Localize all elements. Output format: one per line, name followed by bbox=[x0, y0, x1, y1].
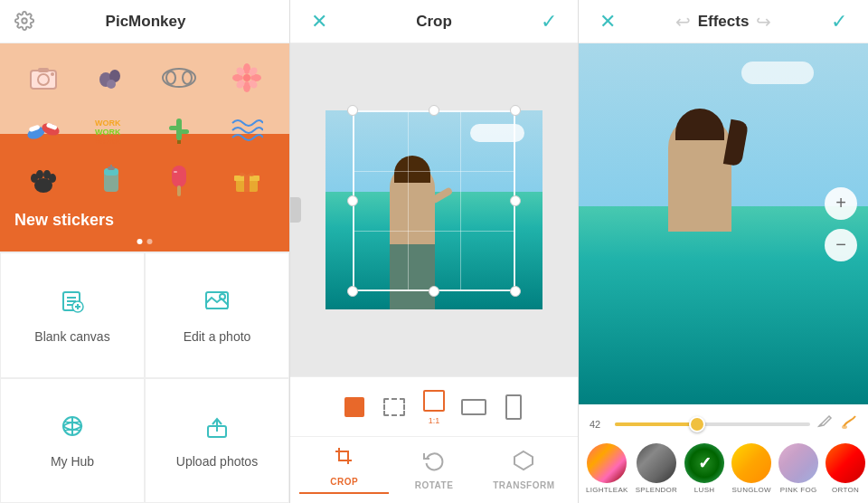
filter-orton-circle bbox=[826, 443, 865, 483]
filter-lightleak-circle bbox=[587, 443, 627, 483]
pencil-icon[interactable] bbox=[817, 413, 834, 434]
sticker-banner[interactable]: WORK WORK WORK bbox=[0, 43, 289, 252]
app-title: PicMonkey bbox=[36, 13, 255, 31]
effects-panel: ✕ ↩ Effects ↪ ✓ + − 42 bbox=[579, 0, 868, 503]
crop-tool-label: CROP bbox=[330, 477, 358, 487]
action-grid: Blank canvas Edit a photo bbox=[0, 252, 289, 503]
crop-handle-bl[interactable] bbox=[347, 286, 358, 297]
svg-point-35 bbox=[49, 174, 56, 183]
dot-1 bbox=[137, 239, 143, 244]
rotate-tool-icon bbox=[423, 450, 445, 477]
crop-ratio-bar: 1:1 bbox=[290, 376, 578, 436]
ratio-free-box bbox=[344, 397, 364, 417]
svg-point-61 bbox=[842, 425, 847, 429]
grid-line-v1 bbox=[408, 112, 409, 289]
svg-rect-40 bbox=[172, 166, 186, 187]
svg-rect-28 bbox=[169, 126, 178, 130]
svg-rect-3 bbox=[38, 68, 49, 72]
crop-handle-tl[interactable] bbox=[347, 105, 358, 116]
my-hub-button[interactable]: My Hub bbox=[0, 378, 145, 504]
banner-dots bbox=[137, 239, 153, 244]
filter-lush[interactable]: ✓ LUSH bbox=[684, 443, 724, 494]
filter-lush-label: LUSH bbox=[694, 486, 715, 494]
crop-confirm-button[interactable]: ✓ bbox=[534, 10, 563, 33]
effects-bottom: 42 LIGHTLEAK bbox=[579, 404, 868, 503]
filter-lightleak[interactable]: LIGHTLEAK bbox=[586, 443, 628, 494]
effects-slider-thumb[interactable] bbox=[689, 416, 705, 432]
sticker-grid: WORK WORK WORK bbox=[0, 43, 289, 215]
crop-handle-ml[interactable] bbox=[347, 195, 358, 206]
filter-splendor[interactable]: SPLENDOR bbox=[636, 443, 677, 494]
grid-line-h2 bbox=[354, 231, 514, 232]
effects-slider-track[interactable] bbox=[615, 422, 810, 426]
svg-text:WORK: WORK bbox=[95, 137, 121, 146]
effects-filter-row: LIGHTLEAK SPLENDOR ✓ LUSH SUNGLOW PINK F… bbox=[579, 438, 868, 503]
sticker-gift bbox=[214, 157, 278, 204]
svg-point-4 bbox=[51, 72, 54, 76]
crop-overlay[interactable] bbox=[353, 110, 515, 291]
filter-sunglow[interactable]: SUNGLOW bbox=[731, 443, 771, 494]
transform-tool-button[interactable]: TRANSFORM bbox=[479, 450, 569, 490]
effects-confirm-button[interactable]: ✓ bbox=[825, 10, 854, 33]
panel-edge-indicator bbox=[290, 197, 301, 223]
zoom-out-button[interactable]: − bbox=[825, 229, 857, 261]
app-header: PicMonkey bbox=[0, 0, 289, 43]
effects-controls: + − bbox=[825, 187, 857, 261]
crop-handle-tr[interactable] bbox=[510, 105, 521, 116]
ratio-free-button[interactable] bbox=[342, 394, 367, 420]
ratio-rect-icon bbox=[382, 394, 407, 420]
svg-rect-45 bbox=[244, 176, 250, 192]
upload-photos-label: Upload photos bbox=[176, 454, 258, 469]
filter-lightleak-label: LIGHTLEAK bbox=[586, 486, 628, 494]
effects-title: Effects bbox=[698, 13, 750, 31]
ratio-rect-button[interactable] bbox=[382, 394, 407, 420]
sticker-popsicle bbox=[146, 157, 211, 204]
filter-orton[interactable]: ORTON bbox=[826, 443, 865, 494]
rotate-tool-button[interactable]: ROTATE bbox=[389, 450, 478, 490]
zoom-in-button[interactable]: + bbox=[825, 187, 857, 220]
crop-handle-mr[interactable] bbox=[510, 195, 521, 206]
svg-point-0 bbox=[22, 18, 27, 24]
svg-point-54 bbox=[220, 294, 225, 299]
crop-title: Crop bbox=[416, 13, 452, 31]
filter-lush-circle: ✓ bbox=[684, 443, 724, 483]
gear-icon[interactable] bbox=[14, 11, 36, 33]
effects-person bbox=[668, 116, 731, 404]
filter-pinkfog-circle bbox=[778, 443, 818, 483]
crop-handle-tm[interactable] bbox=[429, 105, 439, 116]
undo-button[interactable]: ↩ bbox=[675, 11, 691, 33]
effects-header-controls: ↩ Effects ↪ bbox=[675, 11, 772, 33]
upload-photos-icon bbox=[203, 412, 231, 447]
edit-photo-button[interactable]: Edit a photo bbox=[145, 252, 289, 378]
svg-text:WORK: WORK bbox=[95, 128, 121, 137]
crop-handle-bm[interactable] bbox=[429, 286, 439, 297]
filter-sunglow-label: SUNGLOW bbox=[731, 486, 770, 494]
redo-button[interactable]: ↪ bbox=[756, 11, 771, 33]
svg-point-8 bbox=[163, 69, 195, 87]
sticker-waves bbox=[214, 106, 278, 154]
crop-header: ✕ Crop ✓ bbox=[290, 0, 578, 43]
effects-close-button[interactable]: ✕ bbox=[593, 10, 622, 33]
svg-rect-30 bbox=[177, 140, 181, 144]
edit-photo-icon bbox=[203, 287, 231, 322]
crop-handle-br[interactable] bbox=[510, 286, 521, 297]
crop-tool-icon bbox=[334, 446, 355, 473]
crop-close-button[interactable]: ✕ bbox=[305, 10, 334, 33]
filter-pinkfog[interactable]: PINK FOG bbox=[778, 443, 818, 494]
crop-image-container[interactable] bbox=[326, 110, 542, 309]
slider-value: 42 bbox=[590, 419, 608, 430]
blank-canvas-button[interactable]: Blank canvas bbox=[0, 252, 145, 378]
blank-canvas-icon bbox=[58, 287, 87, 322]
ratio-rect-box bbox=[383, 398, 405, 416]
brush-icon[interactable] bbox=[841, 413, 857, 434]
crop-tool-button[interactable]: CROP bbox=[299, 446, 389, 494]
crop-canvas bbox=[290, 43, 578, 376]
ratio-tall-button[interactable] bbox=[501, 394, 526, 420]
ratio-square-button[interactable]: 1:1 bbox=[421, 388, 447, 425]
filter-lush-check: ✓ bbox=[698, 453, 712, 473]
blank-canvas-label: Blank canvas bbox=[34, 329, 109, 344]
transform-tool-icon bbox=[513, 450, 534, 477]
upload-photos-button[interactable]: Upload photos bbox=[145, 378, 289, 504]
dot-2 bbox=[147, 239, 153, 244]
ratio-wide-button[interactable] bbox=[461, 394, 486, 420]
